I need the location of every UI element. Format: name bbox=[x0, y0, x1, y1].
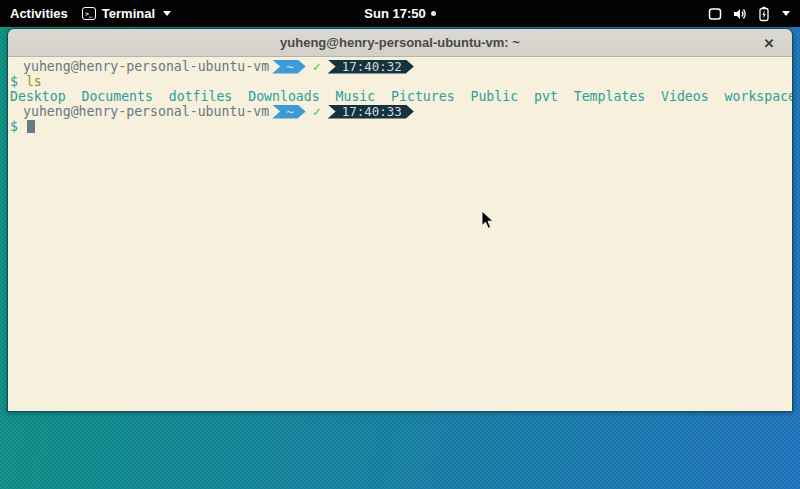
window-titlebar[interactable]: yuheng@henry-personal-ubuntu-vm: ~ ✕ bbox=[8, 29, 792, 57]
powerline-dir-badge: ~ bbox=[272, 105, 306, 119]
system-status-area[interactable] bbox=[707, 0, 794, 27]
notification-dot-icon bbox=[431, 11, 436, 16]
window-title: yuheng@henry-personal-ubuntu-vm: ~ bbox=[280, 35, 520, 50]
success-check-icon: ✓ bbox=[313, 104, 321, 119]
desktop: { "topbar": { "activities_label": "Activ… bbox=[0, 0, 800, 489]
activities-button[interactable]: Activities bbox=[10, 6, 68, 21]
app-menu-label: Terminal bbox=[102, 6, 155, 21]
success-check-icon: ✓ bbox=[313, 59, 321, 74]
prompt-line-2: yuheng@henry-personal-ubuntu-vm ~ ✓ 17:4… bbox=[10, 104, 792, 119]
powerline-time-badge: 17:40:32 bbox=[328, 60, 414, 74]
terminal-window: yuheng@henry-personal-ubuntu-vm: ~ ✕ yuh… bbox=[7, 28, 793, 412]
prompt-symbol: $ bbox=[10, 74, 18, 89]
typed-command: ls bbox=[26, 74, 42, 89]
prompt-symbol: $ bbox=[10, 119, 18, 134]
powerline-time-badge: 17:40:33 bbox=[328, 105, 414, 119]
active-prompt-line[interactable]: $ bbox=[10, 119, 792, 134]
ls-output: Desktop Documents dotfiles Downloads Mus… bbox=[10, 89, 792, 104]
volume-icon bbox=[732, 6, 748, 22]
prompt-user-host: yuheng@henry-personal-ubuntu-vm bbox=[10, 104, 269, 119]
close-button[interactable]: ✕ bbox=[758, 32, 780, 54]
prompt-line-1: yuheng@henry-personal-ubuntu-vm ~ ✓ 17:4… bbox=[10, 59, 792, 74]
terminal-content[interactable]: yuheng@henry-personal-ubuntu-vm ~ ✓ 17:4… bbox=[8, 57, 792, 411]
clock-label: Sun 17:50 bbox=[364, 6, 425, 21]
terminal-icon: >_ bbox=[82, 7, 96, 20]
text-cursor bbox=[27, 120, 35, 133]
app-menu[interactable]: >_ Terminal bbox=[82, 6, 171, 21]
prompt-user-host: yuheng@henry-personal-ubuntu-vm bbox=[10, 59, 269, 74]
battery-charging-icon bbox=[757, 6, 771, 22]
top-bar: Activities >_ Terminal Sun 17:50 bbox=[0, 0, 800, 27]
screen-icon bbox=[707, 6, 723, 22]
chevron-down-icon bbox=[163, 11, 171, 16]
command-line: $ ls bbox=[10, 74, 792, 89]
mouse-cursor-icon bbox=[481, 210, 495, 230]
powerline-dir-badge: ~ bbox=[272, 60, 306, 74]
system-chevron-down-icon bbox=[782, 11, 790, 16]
